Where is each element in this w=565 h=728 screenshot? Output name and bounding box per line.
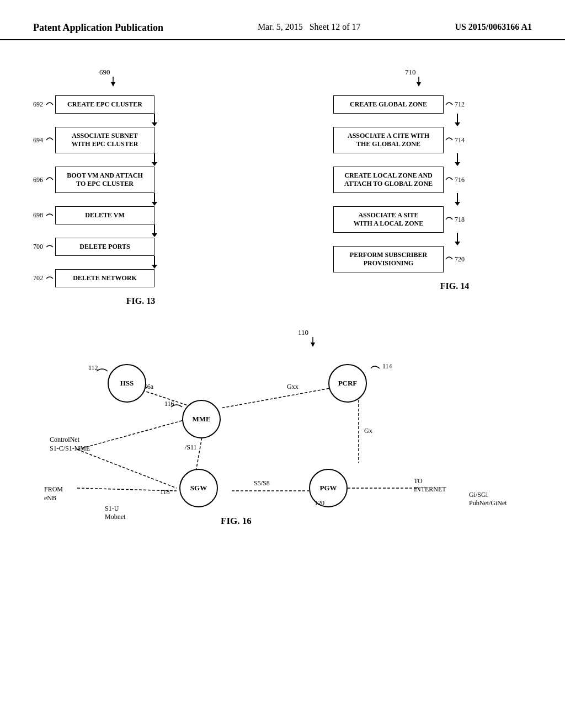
pcrf-ref: 114 xyxy=(370,362,392,371)
ref-714: 714 xyxy=(455,136,465,144)
box-714: ASSOCIATE A CITE WITHTHE GLOBAL ZONE xyxy=(333,127,444,153)
fig13-group-ref: 690 xyxy=(99,68,121,90)
arrow-14-3 xyxy=(383,193,532,206)
box-716: CREATE LOCAL ZONE ANDATTACH TO GLOBAL ZO… xyxy=(333,167,444,193)
fig14-step-714: ASSOCIATE A CITE WITHTHE GLOBAL ZONE 714 xyxy=(333,127,532,153)
svg-line-8 xyxy=(221,386,342,408)
ref-700: 700 xyxy=(33,243,43,251)
arrow-14-2 xyxy=(383,153,532,167)
patent-number: US 2015/0063166 A1 xyxy=(455,22,532,32)
ref-716: 716 xyxy=(455,176,465,184)
ref-692: 692 xyxy=(33,100,43,109)
fig13-step-694: 694 ASSOCIATE SUBNETWITH EPC CLUSTER xyxy=(33,127,221,153)
svg-line-16 xyxy=(77,419,188,449)
figures-row: 690 692 CREATE EPC CLUSTER xyxy=(33,68,532,306)
fig13-step-696: 696 BOOT VM AND ATTACHTO EPC CLUSTER xyxy=(33,167,221,193)
svg-marker-3 xyxy=(417,82,421,87)
fig13-step-702: 702 DELETE NETWORK xyxy=(33,269,221,287)
page-header: Patent Application Publication Mar. 5, 2… xyxy=(0,0,565,40)
svg-text:/S11: /S11 xyxy=(185,443,197,451)
svg-text:Gx: Gx xyxy=(364,427,372,435)
fig16-svg: S6a Gxx Gx /S11 S5/S8 xyxy=(33,323,532,532)
svg-text:S5/S8: S5/S8 xyxy=(254,479,270,487)
pgw-ref: 120 xyxy=(315,499,324,507)
ref-702: 702 xyxy=(33,274,43,282)
ref-712: 712 xyxy=(455,100,465,109)
mme-node: MME xyxy=(182,400,221,438)
publication-title: Patent Application Publication xyxy=(33,22,163,34)
gi-sgi-label: Gi/SGiPubNet/GiNet xyxy=(469,491,507,507)
box-700: DELETE PORTS xyxy=(55,238,154,256)
fig14-step-716: CREATE LOCAL ZONE ANDATTACH TO GLOBAL ZO… xyxy=(333,167,532,193)
fig13: 690 692 CREATE EPC CLUSTER xyxy=(33,68,221,306)
to-internet-label: TOINTERNET xyxy=(414,477,446,494)
ref-718: 718 xyxy=(455,216,465,224)
arrow-4 xyxy=(88,224,221,238)
box-696: BOOT VM AND ATTACHTO EPC CLUSTER xyxy=(55,167,154,193)
controlnet-label: ControlNetS1-C/S1-MME xyxy=(50,436,90,453)
arrow-5 xyxy=(88,256,221,269)
s1u-label: S1-UMobnet xyxy=(105,505,125,521)
arrow-1 xyxy=(88,114,221,127)
box-702: DELETE NETWORK xyxy=(55,269,154,287)
box-720: PERFORM SUBSCRIBERPROVISIONING xyxy=(333,246,444,272)
arrow-3 xyxy=(88,193,221,206)
ref-694: 694 xyxy=(33,136,43,144)
box-718: ASSOCIATE A SITEWITH A LOCAL ZONE xyxy=(333,206,444,233)
sgw-ref: 118 xyxy=(160,488,170,496)
fig13-step-698: 698 DELETE VM xyxy=(33,206,221,224)
hss-node: HSS xyxy=(108,364,146,403)
pcrf-node: PCRF xyxy=(328,364,367,403)
box-692: CREATE EPC CLUSTER xyxy=(55,95,154,114)
arrow-14-4 xyxy=(383,233,532,246)
svg-line-17 xyxy=(77,449,177,488)
fig14-group-ref: 710 xyxy=(405,68,427,90)
fig14-step-718: ASSOCIATE A SITEWITH A LOCAL ZONE 718 xyxy=(333,206,532,233)
publication-date: Mar. 5, 2015 Sheet 12 of 17 xyxy=(258,22,361,32)
arrow-2 xyxy=(88,153,221,167)
box-698: DELETE VM xyxy=(55,206,154,224)
fig13-step-692: 692 CREATE EPC CLUSTER xyxy=(33,95,221,114)
box-694: ASSOCIATE SUBNETWITH EPC CLUSTER xyxy=(55,127,154,153)
fig13-step-700: 700 DELETE PORTS xyxy=(33,238,221,256)
fig14-label: FIG. 14 xyxy=(377,281,532,291)
fig14-step-720: PERFORM SUBSCRIBERPROVISIONING 720 xyxy=(333,246,532,272)
arrow-14-1 xyxy=(383,114,532,127)
from-enb-label: FROMeNB xyxy=(44,485,63,502)
svg-marker-1 xyxy=(111,82,115,87)
fig16-label: FIG. 16 xyxy=(221,516,252,527)
ref-696: 696 xyxy=(33,176,43,184)
box-712: CREATE GLOBAL ZONE xyxy=(333,95,444,114)
fig14: 710 CREATE GLOBAL ZONE 712 xyxy=(333,68,532,306)
fig14-step-712: CREATE GLOBAL ZONE 712 xyxy=(333,95,532,114)
fig13-label: FIG. 13 xyxy=(61,296,221,306)
main-content: 690 692 CREATE EPC CLUSTER xyxy=(0,40,565,543)
fig16-container: 110 S6a Gxx Gx /S11 S5/S8 xyxy=(33,323,532,532)
ref-720: 720 xyxy=(455,255,465,264)
sgw-node: SGW xyxy=(179,469,218,507)
ref-698: 698 xyxy=(33,211,43,220)
svg-text:Gxx: Gxx xyxy=(287,383,299,390)
